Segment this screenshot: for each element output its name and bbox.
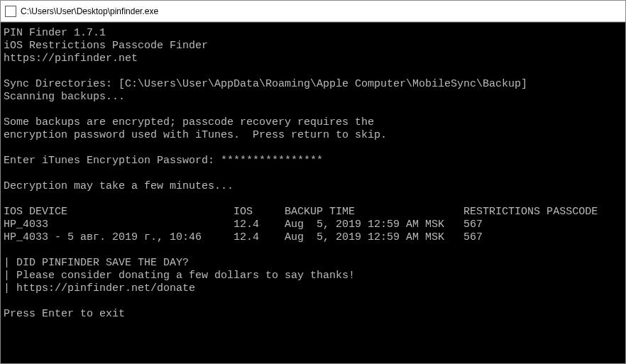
donate-line-3: | https://pinfinder.net/donate	[4, 282, 622, 295]
scanning-line: Scanning backups...	[4, 91, 622, 104]
blank-line	[4, 244, 622, 257]
console-output[interactable]: PIN Finder 1.7.1iOS Restrictions Passcod…	[1, 22, 625, 363]
app-icon	[5, 6, 16, 17]
donate-line-2: | Please consider donating a few dollars…	[4, 270, 622, 282]
encrypted-msg-1: Some backups are encrypted; passcode rec…	[4, 116, 622, 129]
app-url: https://pinfinder.net	[4, 53, 622, 65]
sync-directories: Sync Directories: [C:\Users\User\AppData…	[4, 78, 622, 91]
password-prompt-label: Enter iTunes Encryption Password:	[4, 155, 221, 167]
password-prompt-line[interactable]: Enter iTunes Encryption Password: ******…	[4, 155, 622, 167]
blank-line	[4, 167, 622, 180]
blank-line	[4, 65, 622, 78]
blank-line	[4, 104, 622, 116]
decrypt-msg: Decryption may take a few minutes...	[4, 180, 622, 193]
app-name-line: PIN Finder 1.7.1	[4, 27, 622, 40]
donate-line-1: | DID PINFINDER SAVE THE DAY?	[4, 257, 622, 270]
app-subtitle: iOS Restrictions Passcode Finder	[4, 40, 622, 53]
blank-line	[4, 193, 622, 206]
blank-line	[4, 295, 622, 308]
window-title: C:\Users\User\Desktop\pinfinder.exe	[21, 6, 158, 16]
window-titlebar[interactable]: C:\Users\User\Desktop\pinfinder.exe	[1, 1, 625, 22]
blank-line	[4, 142, 622, 155]
table-row: HP_4033 - 5 авг. 2019 г., 10:46 12.4 Aug…	[4, 231, 622, 244]
password-masked: ****************	[221, 155, 323, 167]
table-header-row: IOS DEVICE IOS BACKUP TIME RESTRICTIONS …	[4, 206, 622, 219]
table-row: HP_4033 12.4 Aug 5, 2019 12:59 AM MSK 56…	[4, 219, 622, 231]
encrypted-msg-2: encryption password used with iTunes. Pr…	[4, 129, 622, 142]
exit-prompt[interactable]: Press Enter to exit	[4, 308, 622, 321]
